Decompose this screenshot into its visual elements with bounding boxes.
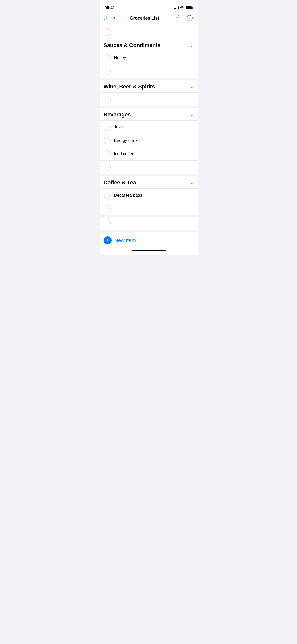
item-row-juice: Juice — [100, 120, 198, 134]
section-beverages: Beverages ⌄ Juice Energy drink Iced coff… — [100, 108, 198, 174]
section-header-beverages[interactable]: Beverages ⌄ — [100, 108, 198, 120]
section-coffee-tea: Coffee & Tea ⌄ Decaf tea bags — [100, 176, 198, 215]
section-sauces: Sauces & Condiments ⌄ Honey — [100, 39, 198, 78]
item-row-honey: Honey — [100, 51, 198, 65]
nav-bar: ‹ Lists Groceries List — [100, 12, 198, 25]
section-header-coffee-tea[interactable]: Coffee & Tea ⌄ — [100, 176, 198, 188]
empty-row-coffee-tea — [100, 202, 198, 215]
share-button[interactable] — [174, 14, 182, 22]
empty-row-sauces — [100, 65, 198, 78]
bottom-empty-section — [100, 217, 198, 230]
empty-checkbox-wine[interactable] — [104, 96, 111, 103]
item-label-decaf-tea-bags: Decaf tea bags — [114, 193, 142, 198]
new-item-bar: + New Item — [100, 232, 198, 247]
section-title-sauces: Sauces & Condiments — [104, 42, 161, 49]
svg-point-2 — [188, 18, 189, 18]
new-item-plus-button[interactable]: + — [104, 236, 112, 244]
chevron-down-icon-sauces: ⌄ — [190, 43, 194, 48]
status-bar: 09:41 — [100, 0, 198, 12]
empty-checkbox-coffee-tea[interactable] — [104, 205, 111, 212]
status-time: 09:41 — [105, 5, 115, 10]
section-title-wine: Wine, Beer & Spirits — [104, 83, 155, 90]
top-empty-section — [100, 25, 198, 39]
item-label-juice: Juice — [114, 125, 124, 130]
home-indicator — [100, 247, 198, 255]
status-icons — [174, 6, 193, 9]
nav-actions — [174, 14, 194, 22]
empty-checkbox-sauces[interactable] — [104, 68, 111, 75]
checkbox-decaf-tea-bags[interactable] — [104, 192, 111, 199]
empty-checkbox-bottom[interactable] — [104, 220, 111, 227]
item-label-iced-coffee: Iced coffee — [114, 151, 135, 156]
checkbox-juice[interactable] — [104, 124, 111, 131]
signal-icon — [174, 6, 179, 9]
home-bar — [132, 250, 166, 251]
back-chevron-icon: ‹ — [104, 16, 105, 21]
wifi-icon — [180, 6, 184, 9]
new-item-label[interactable]: New Item — [115, 238, 136, 243]
checkbox-iced-coffee[interactable] — [104, 150, 111, 157]
content-area: Sauces & Condiments ⌄ Honey Wine, Beer &… — [100, 25, 198, 247]
section-title-beverages: Beverages — [104, 111, 131, 118]
svg-point-3 — [189, 18, 190, 18]
plus-icon: + — [106, 237, 109, 243]
empty-checkbox[interactable] — [104, 28, 111, 36]
section-header-wine[interactable]: Wine, Beer & Spirits ⌄ — [100, 80, 198, 92]
item-row-iced-coffee: Iced coffee — [100, 147, 198, 160]
more-button[interactable] — [186, 14, 194, 22]
item-row-decaf-tea-bags: Decaf tea bags — [100, 188, 198, 202]
empty-checkbox-beverages[interactable] — [104, 164, 111, 171]
section-wine: Wine, Beer & Spirits ⌄ — [100, 80, 198, 106]
checkbox-energy-drink[interactable] — [104, 137, 111, 144]
chevron-down-icon-beverages: ⌄ — [190, 112, 194, 117]
item-label-energy-drink: Energy drink — [114, 138, 138, 143]
chevron-down-icon-coffee-tea: ⌄ — [190, 180, 194, 185]
svg-point-4 — [190, 18, 191, 18]
page-title: Groceries List — [130, 16, 159, 21]
checkbox-honey[interactable] — [104, 54, 111, 61]
empty-row-beverages — [100, 160, 198, 174]
chevron-down-icon-wine: ⌄ — [190, 84, 194, 89]
back-button[interactable]: ‹ Lists — [104, 16, 115, 21]
empty-row-wine — [100, 92, 198, 106]
item-label-honey: Honey — [114, 55, 126, 60]
item-row-energy-drink: Energy drink — [100, 134, 198, 147]
battery-icon — [186, 6, 193, 9]
back-label: Lists — [106, 16, 115, 21]
section-title-coffee-tea: Coffee & Tea — [104, 179, 136, 186]
section-header-sauces[interactable]: Sauces & Condiments ⌄ — [100, 39, 198, 51]
